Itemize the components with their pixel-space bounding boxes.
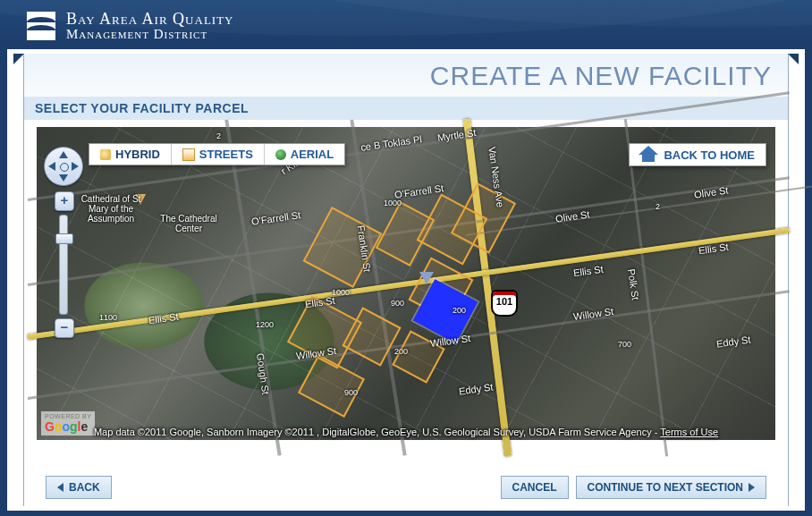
pan-control[interactable] <box>44 147 83 186</box>
hybrid-icon <box>100 149 111 160</box>
org-line1: Bay Area Air Quality <box>66 11 233 28</box>
org-name: Bay Area Air Quality Management District <box>66 11 233 42</box>
addr-num: 900 <box>391 299 404 308</box>
content-inner: CREATE A NEW FACILITY SELECT YOUR FACILI… <box>23 54 789 506</box>
addr-num: 2 <box>656 202 660 211</box>
org-logo-icon <box>27 12 55 40</box>
powered-by: POWERED BY <box>45 413 91 419</box>
home-icon <box>640 148 656 162</box>
addr-num: 1100 <box>99 313 117 322</box>
map-nav-pad: + − <box>44 147 83 338</box>
corner-decoration <box>788 54 799 64</box>
app-frame: Bay Area Air Quality Management District… <box>0 0 812 516</box>
cancel-button[interactable]: CANCEL <box>501 476 569 499</box>
layer-aerial-button[interactable]: AERIAL <box>265 144 344 165</box>
addr-num: 1200 <box>256 320 274 329</box>
poi-label: Cathedral of St Mary of the Assumption <box>80 194 142 224</box>
pan-down-icon[interactable] <box>59 174 68 182</box>
addr-num: 700 <box>618 340 631 349</box>
zoom-out-button[interactable]: − <box>55 318 74 338</box>
zoom-track[interactable] <box>59 215 68 315</box>
terms-link[interactable]: Terms of Use <box>660 427 718 437</box>
addr-num: 2 <box>216 131 221 140</box>
page-title: CREATE A NEW FACILITY <box>24 54 788 95</box>
back-to-home-button[interactable]: BACK TO HOME <box>629 143 766 166</box>
back-button[interactable]: BACK <box>46 476 112 499</box>
zoom-handle[interactable] <box>55 233 73 244</box>
content-panel: CREATE A NEW FACILITY SELECT YOUR FACILI… <box>7 49 805 511</box>
org-header: Bay Area Air Quality Management District <box>27 11 233 42</box>
layer-hybrid-button[interactable]: HYBRID <box>89 144 172 165</box>
streets-icon <box>182 148 195 161</box>
aerial-icon <box>275 149 286 160</box>
poi-label: The Cathedral Center <box>157 214 220 233</box>
pan-up-icon[interactable] <box>59 151 68 158</box>
road-van-ness <box>463 118 512 456</box>
map-layer-toolbar: HYBRID STREETS AERIAL <box>89 143 345 165</box>
pan-left-icon[interactable] <box>48 162 55 171</box>
wizard-footer: BACK CANCEL CONTINUE TO NEXT SECTION <box>24 469 788 506</box>
org-line2: Management District <box>66 28 233 42</box>
addr-num: 900 <box>344 388 358 397</box>
caret-left-icon <box>57 483 63 492</box>
addr-num: 200 <box>453 306 466 315</box>
zoom-control: + − <box>55 191 72 338</box>
zoom-in-button[interactable]: + <box>55 191 74 211</box>
map-attribution: Map data ©2011 Google, Sanborn Imagery ©… <box>37 427 775 437</box>
roads <box>37 127 775 440</box>
continue-button[interactable]: CONTINUE TO NEXT SECTION <box>576 476 766 499</box>
addr-num: 1000 <box>384 199 402 207</box>
caret-right-icon <box>749 483 755 492</box>
pan-center-icon[interactable] <box>60 163 69 172</box>
addr-num: 1000 <box>332 288 350 297</box>
highway-shield-101: 101 <box>491 290 518 317</box>
corner-decoration <box>13 54 24 64</box>
map-marker-icon <box>419 272 434 284</box>
layer-streets-button[interactable]: STREETS <box>172 144 265 165</box>
addr-num: 200 <box>394 347 408 356</box>
map[interactable]: 101 O'Farrell St O'Farrell St Ellis St E… <box>37 127 775 440</box>
pan-right-icon[interactable] <box>72 162 79 171</box>
